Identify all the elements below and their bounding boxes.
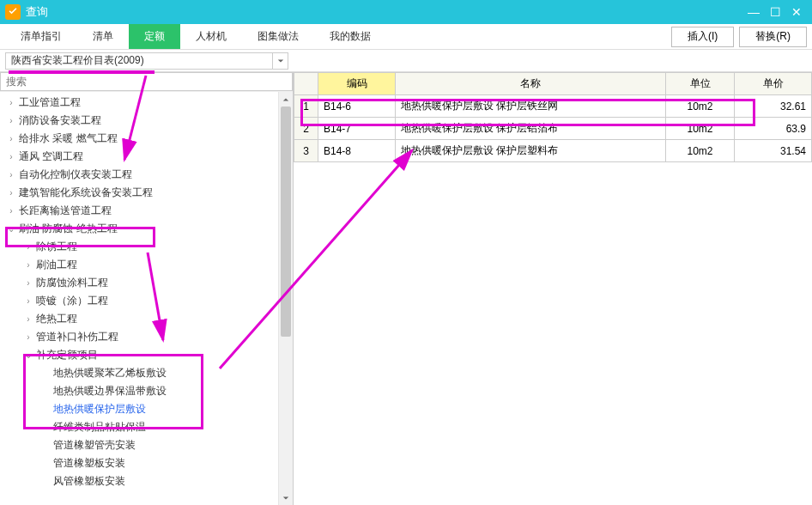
chevron-right-icon[interactable]: › bbox=[5, 152, 17, 161]
cell-price: 32.61 bbox=[735, 95, 812, 118]
row-number: 2 bbox=[294, 118, 318, 140]
tree-item-10[interactable]: ›防腐蚀涂料工程 bbox=[0, 274, 293, 292]
tree-item-4[interactable]: ›自动化控制仪表安装工程 bbox=[0, 166, 293, 184]
tab-5[interactable]: 我的数据 bbox=[314, 24, 386, 49]
cell-unit: 10m2 bbox=[666, 140, 735, 162]
cell-code: B14-8 bbox=[318, 140, 396, 162]
tree-item-17[interactable]: 地热供暖保护层敷设 bbox=[0, 400, 293, 418]
tree-item-label: 防腐蚀涂料工程 bbox=[34, 276, 108, 290]
right-panel: 编码 名称 单位 单价 1B14-6地热供暖保护层敷设 保护层铁丝网10m232… bbox=[294, 72, 812, 505]
tree-item-label: 工业管道工程 bbox=[17, 95, 81, 110]
col-name[interactable]: 名称 bbox=[396, 73, 666, 95]
tree-item-label: 除锈工程 bbox=[34, 240, 77, 254]
pricebook-combo[interactable]: 陕西省安装工程价目表(2009) bbox=[5, 52, 288, 70]
tree-item-21[interactable]: 风管橡塑板安装 bbox=[0, 472, 293, 490]
chevron-right-icon[interactable]: › bbox=[5, 206, 17, 216]
table-row[interactable]: 1B14-6地热供暖保护层敷设 保护层铁丝网10m232.61 bbox=[294, 95, 812, 118]
tree-item-3[interactable]: ›通风 空调工程 bbox=[0, 148, 293, 166]
tree-item-label: 刷油工程 bbox=[34, 258, 77, 272]
tree-item-5[interactable]: ›建筑智能化系统设备安装工程 bbox=[0, 184, 293, 202]
tree-item-16[interactable]: 地热供暖边界保温带敷设 bbox=[0, 382, 293, 400]
tree-item-2[interactable]: ›给排水 采暖 燃气工程 bbox=[0, 130, 293, 148]
tab-3[interactable]: 人材机 bbox=[180, 24, 242, 49]
chevron-down-icon[interactable]: ⌄ bbox=[5, 224, 17, 234]
cell-name: 地热供暖保护层敷设 保护层铁丝网 bbox=[396, 95, 666, 118]
table-row[interactable]: 3B14-8地热供暖保护层敷设 保护层塑料布10m231.54 bbox=[294, 140, 812, 162]
scroll-thumb[interactable] bbox=[281, 106, 291, 337]
chevron-right-icon[interactable]: › bbox=[5, 134, 17, 143]
tab-1[interactable]: 清单 bbox=[77, 24, 129, 49]
tree-item-label: 喷镀（涂）工程 bbox=[34, 294, 108, 308]
tree-item-label: 风管橡塑板安装 bbox=[52, 474, 125, 489]
tree-item-label: 管道橡塑管壳安装 bbox=[52, 438, 136, 453]
tab-0[interactable]: 清单指引 bbox=[5, 24, 77, 49]
chevron-right-icon[interactable]: › bbox=[22, 296, 34, 306]
tree-item-0[interactable]: ›工业管道工程 bbox=[0, 94, 293, 112]
cell-unit: 10m2 bbox=[666, 95, 735, 118]
chevron-right-icon[interactable]: › bbox=[5, 98, 17, 107]
replace-button[interactable]: 替换(R) bbox=[739, 27, 807, 47]
search-input[interactable] bbox=[0, 72, 293, 91]
tree-item-14[interactable]: ⌄补充定额项目 bbox=[0, 346, 293, 364]
insert-button[interactable]: 插入(I) bbox=[671, 27, 734, 47]
scroll-up-icon[interactable] bbox=[279, 92, 293, 106]
tree-item-label: 自动化控制仪表安装工程 bbox=[17, 167, 132, 182]
tree-item-label: 刷油 防腐蚀 绝热工程 bbox=[17, 222, 118, 236]
tree-item-20[interactable]: 管道橡塑板安装 bbox=[0, 454, 293, 472]
titlebar: 查询 — ☐ ✕ bbox=[0, 0, 812, 24]
chevron-right-icon[interactable]: › bbox=[22, 278, 34, 288]
chevron-down-icon[interactable]: ⌄ bbox=[22, 350, 34, 360]
tree-item-12[interactable]: ›绝热工程 bbox=[0, 310, 293, 328]
chevron-right-icon[interactable]: › bbox=[5, 170, 17, 179]
table-row[interactable]: 2B14-7地热供暖保护层敷设 保护层铝箔布10m263.9 bbox=[294, 118, 812, 140]
chevron-right-icon[interactable]: › bbox=[22, 332, 34, 342]
tree-item-8[interactable]: ›除锈工程 bbox=[0, 238, 293, 256]
minimize-button[interactable]: — bbox=[748, 6, 760, 18]
cell-price: 63.9 bbox=[735, 118, 812, 140]
tree-item-1[interactable]: ›消防设备安装工程 bbox=[0, 112, 293, 130]
cell-name: 地热供暖保护层敷设 保护层塑料布 bbox=[396, 140, 666, 162]
cell-code: B14-7 bbox=[318, 118, 396, 140]
tree-item-label: 管道补口补伤工程 bbox=[34, 330, 118, 344]
tree-item-label: 地热供暖保护层敷设 bbox=[52, 402, 146, 417]
chevron-right-icon[interactable]: › bbox=[22, 242, 34, 252]
cell-name: 地热供暖保护层敷设 保护层铝箔布 bbox=[396, 118, 666, 140]
results-table: 编码 名称 单位 单价 1B14-6地热供暖保护层敷设 保护层铁丝网10m232… bbox=[294, 72, 812, 162]
chevron-right-icon[interactable]: › bbox=[22, 260, 34, 270]
tree-item-13[interactable]: ›管道补口补伤工程 bbox=[0, 328, 293, 346]
tree-item-18[interactable]: 纤维类制品粘贴保温 bbox=[0, 418, 293, 436]
tree-item-label: 建筑智能化系统设备安装工程 bbox=[17, 186, 153, 200]
tree-scrollbar[interactable] bbox=[278, 92, 293, 505]
tree-item-label: 消防设备安装工程 bbox=[17, 113, 101, 128]
chevron-right-icon[interactable]: › bbox=[5, 188, 17, 198]
tree-item-label: 通风 空调工程 bbox=[17, 149, 83, 164]
tree-item-label: 长距离输送管道工程 bbox=[17, 204, 112, 218]
scroll-down-icon[interactable] bbox=[279, 490, 293, 505]
maximize-button[interactable]: ☐ bbox=[770, 6, 781, 18]
tree: ›工业管道工程›消防设备安装工程›给排水 采暖 燃气工程›通风 空调工程›自动化… bbox=[0, 92, 293, 492]
tree-item-label: 补充定额项目 bbox=[34, 348, 98, 362]
row-number: 1 bbox=[294, 95, 318, 118]
tree-item-label: 管道橡塑板安装 bbox=[52, 456, 125, 471]
close-button[interactable]: ✕ bbox=[791, 6, 802, 18]
tree-item-19[interactable]: 管道橡塑管壳安装 bbox=[0, 436, 293, 454]
left-panel: ›工业管道工程›消防设备安装工程›给排水 采暖 燃气工程›通风 空调工程›自动化… bbox=[0, 72, 294, 505]
tree-item-9[interactable]: ›刷油工程 bbox=[0, 256, 293, 274]
col-code[interactable]: 编码 bbox=[318, 73, 396, 95]
col-unit[interactable]: 单位 bbox=[666, 73, 735, 95]
app-icon bbox=[5, 4, 21, 20]
chevron-right-icon[interactable]: › bbox=[22, 314, 34, 324]
tree-item-11[interactable]: ›喷镀（涂）工程 bbox=[0, 292, 293, 310]
tab-4[interactable]: 图集做法 bbox=[242, 24, 314, 49]
tree-item-label: 绝热工程 bbox=[34, 312, 77, 326]
tree-item-7[interactable]: ⌄刷油 防腐蚀 绝热工程 bbox=[0, 220, 293, 238]
tab-2[interactable]: 定额 bbox=[129, 24, 180, 49]
tree-item-15[interactable]: 地热供暖聚苯乙烯板敷设 bbox=[0, 364, 293, 382]
tree-item-label: 给排水 采暖 燃气工程 bbox=[17, 131, 118, 146]
chevron-right-icon[interactable]: › bbox=[5, 116, 17, 125]
toolbar-combo-row: 陕西省安装工程价目表(2009) bbox=[0, 50, 812, 72]
cell-code: B14-6 bbox=[318, 95, 396, 118]
tree-item-6[interactable]: ›长距离输送管道工程 bbox=[0, 202, 293, 220]
row-number: 3 bbox=[294, 140, 318, 162]
col-price[interactable]: 单价 bbox=[735, 73, 812, 95]
